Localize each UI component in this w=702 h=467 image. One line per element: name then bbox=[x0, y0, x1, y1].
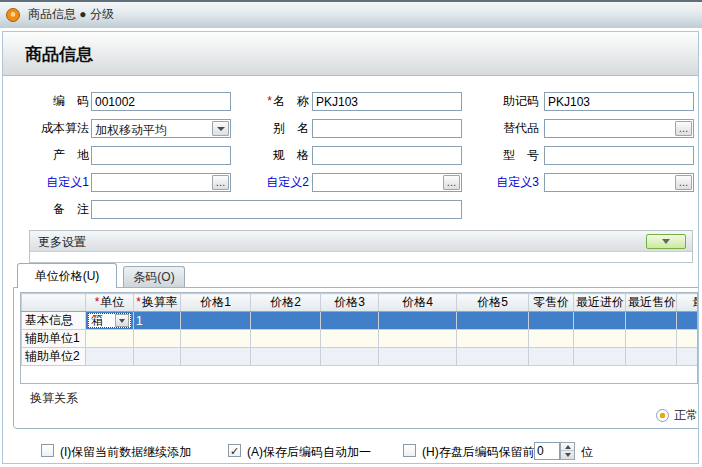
custom1-field[interactable]: … bbox=[91, 173, 231, 192]
grid-cell[interactable] bbox=[181, 312, 251, 330]
grid-cell[interactable] bbox=[626, 330, 677, 348]
col-last-sale[interactable]: 最近售价 bbox=[626, 294, 677, 312]
origin-input[interactable] bbox=[91, 146, 231, 165]
model-input[interactable] bbox=[544, 146, 694, 165]
grid-row-basic[interactable]: 基本信息 箱 1 bbox=[22, 312, 699, 330]
grid-cell[interactable] bbox=[134, 330, 181, 348]
top-tab-strip: 商品信息 ● 分级 bbox=[0, 0, 702, 28]
cost-method-value: 加权移动平均 bbox=[95, 122, 210, 139]
grid-cell[interactable] bbox=[251, 312, 321, 330]
origin-label: 产 地 bbox=[13, 146, 89, 166]
required-star: * bbox=[267, 94, 272, 108]
spinner-down-icon[interactable] bbox=[561, 451, 574, 459]
grid-cell[interactable] bbox=[251, 348, 321, 366]
grid-cell[interactable] bbox=[321, 330, 379, 348]
custom3-label: 自定义3 bbox=[487, 173, 539, 193]
grid-cell[interactable] bbox=[457, 348, 529, 366]
col-retail[interactable]: 零售价 bbox=[529, 294, 574, 312]
grid-cell[interactable] bbox=[379, 348, 457, 366]
remark-input[interactable] bbox=[91, 200, 462, 219]
grid-cell[interactable] bbox=[529, 330, 574, 348]
digits-suffix-label: 位 bbox=[581, 444, 593, 461]
tab-unit-price[interactable]: 单位价格(U) bbox=[17, 263, 117, 288]
keep-data-checkbox[interactable] bbox=[41, 444, 54, 457]
grid-cell[interactable] bbox=[86, 330, 134, 348]
mnemonic-input[interactable] bbox=[544, 92, 694, 111]
expand-button[interactable] bbox=[646, 234, 686, 249]
custom2-field[interactable]: … bbox=[312, 173, 462, 192]
ellipsis-button[interactable]: … bbox=[675, 175, 692, 190]
grid-cell[interactable] bbox=[181, 330, 251, 348]
grid-cell[interactable] bbox=[379, 330, 457, 348]
grid-cell[interactable] bbox=[134, 348, 181, 366]
auto-increment-checkbox[interactable]: ✓ bbox=[228, 444, 241, 457]
code-input[interactable] bbox=[91, 92, 231, 111]
cost-method-label: 成本算法 bbox=[13, 119, 89, 139]
ellipsis-button[interactable]: … bbox=[212, 175, 229, 190]
unit-value: 箱 bbox=[89, 312, 115, 329]
digits-spinner[interactable] bbox=[560, 442, 575, 460]
grid-cell[interactable] bbox=[321, 312, 379, 330]
rate-cell[interactable]: 1 bbox=[134, 312, 181, 330]
page-title: 商品信息 bbox=[25, 43, 93, 66]
dropdown-arrow-icon[interactable] bbox=[115, 314, 129, 327]
col-rate[interactable]: *换算率 bbox=[134, 294, 181, 312]
grid-cell[interactable] bbox=[321, 348, 379, 366]
grid-cell[interactable] bbox=[574, 330, 626, 348]
name-input[interactable] bbox=[312, 92, 462, 111]
col-lowest-sale[interactable]: 最低售价 bbox=[677, 294, 699, 312]
more-settings-label: 更多设置 bbox=[38, 234, 86, 251]
custom3-field[interactable]: … bbox=[544, 173, 694, 192]
dropdown-arrow-icon[interactable] bbox=[212, 121, 229, 136]
grid-cell[interactable] bbox=[86, 348, 134, 366]
col-last-purchase[interactable]: 最近进价 bbox=[574, 294, 626, 312]
name-label: *名 称 bbox=[253, 92, 309, 112]
col-price4[interactable]: 价格4 bbox=[379, 294, 457, 312]
grid-cell[interactable] bbox=[529, 312, 574, 330]
grid-cell[interactable] bbox=[251, 330, 321, 348]
col-price2[interactable]: 价格2 bbox=[251, 294, 321, 312]
unit-cell[interactable]: 箱 bbox=[86, 312, 134, 330]
auto-increment-label: (A)保存后编码自动加一 bbox=[247, 444, 371, 461]
grid-cell[interactable] bbox=[379, 312, 457, 330]
spec-label: 规 格 bbox=[253, 146, 309, 166]
grid-cell[interactable] bbox=[457, 312, 529, 330]
ellipsis-button[interactable]: … bbox=[675, 121, 692, 136]
grid-row-aux1[interactable]: 辅助单位1 bbox=[22, 330, 699, 348]
top-tab-title[interactable]: 商品信息 ● 分级 bbox=[28, 6, 114, 23]
keep-prefix-checkbox[interactable] bbox=[403, 444, 416, 457]
col-unit[interactable]: *单位 bbox=[86, 294, 134, 312]
spec-input[interactable] bbox=[312, 146, 462, 165]
col-price5[interactable]: 价格5 bbox=[457, 294, 529, 312]
grid-cell[interactable] bbox=[529, 348, 574, 366]
alias-input[interactable] bbox=[312, 119, 462, 138]
spinner-up-icon[interactable] bbox=[561, 443, 574, 451]
code-label: 编 码 bbox=[13, 92, 89, 112]
grid-cell[interactable] bbox=[677, 330, 699, 348]
grid-row-aux2[interactable]: 辅助单位2 bbox=[22, 348, 699, 366]
grid-cell[interactable] bbox=[626, 348, 677, 366]
app-coin-icon bbox=[6, 8, 20, 22]
chevron-down-icon bbox=[662, 239, 670, 244]
tab-barcode[interactable]: 条码(O) bbox=[123, 266, 185, 288]
unit-dropdown[interactable]: 箱 bbox=[88, 313, 131, 328]
grid-cell[interactable] bbox=[574, 312, 626, 330]
grid-cell[interactable] bbox=[574, 348, 626, 366]
col-price3[interactable]: 价格3 bbox=[321, 294, 379, 312]
col-price1[interactable]: 价格1 bbox=[181, 294, 251, 312]
substitute-field[interactable]: … bbox=[544, 119, 694, 138]
grid-cell[interactable] bbox=[181, 348, 251, 366]
radio-selected-icon[interactable] bbox=[656, 409, 669, 422]
digits-input[interactable] bbox=[534, 442, 560, 460]
more-settings-box: 更多设置 bbox=[29, 230, 693, 263]
custom2-label: 自定义2 bbox=[253, 173, 309, 193]
grid-cell[interactable] bbox=[677, 348, 699, 366]
more-settings-bar[interactable]: 更多设置 bbox=[30, 231, 692, 252]
ellipsis-button[interactable]: … bbox=[443, 175, 460, 190]
grid-cell[interactable] bbox=[626, 312, 677, 330]
col-rowheader bbox=[22, 294, 86, 312]
grid-cell[interactable] bbox=[677, 312, 699, 330]
status-normal-radio-group[interactable]: 正常 bbox=[656, 407, 698, 424]
grid-cell[interactable] bbox=[457, 330, 529, 348]
cost-method-select[interactable]: 加权移动平均 bbox=[91, 119, 231, 138]
